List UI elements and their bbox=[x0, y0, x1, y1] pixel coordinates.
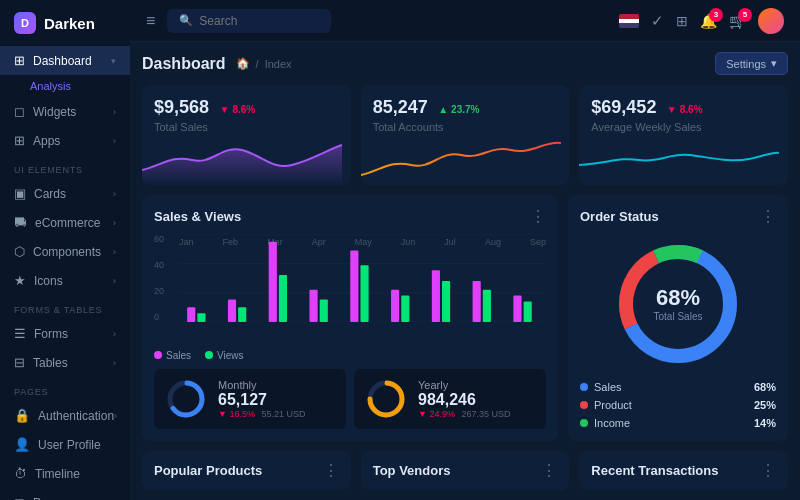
sidebar-item-pages[interactable]: ◻Pages › bbox=[0, 488, 130, 500]
svg-rect-12 bbox=[350, 251, 358, 322]
recent-transactions-menu[interactable]: ⋮ bbox=[760, 461, 776, 480]
bell-badge: 3 bbox=[709, 8, 723, 22]
popular-products-menu[interactable]: ⋮ bbox=[323, 461, 339, 480]
sidebar-item-label: Forms bbox=[34, 327, 68, 341]
sidebar-sub-analysis[interactable]: Analysis bbox=[0, 75, 130, 97]
sidebar-item-label: Components bbox=[33, 245, 101, 259]
sidebar-item-icons[interactable]: ★Icons › bbox=[0, 266, 130, 295]
income-legend-dot bbox=[580, 419, 588, 427]
recent-transactions-card: Recent Transactions ⋮ bbox=[579, 451, 788, 490]
svg-rect-20 bbox=[513, 296, 521, 322]
popular-products-header: Popular Products ⋮ bbox=[154, 461, 339, 480]
main-grid: Sales & Views ⋮ 6040200 bbox=[142, 195, 788, 441]
grid-icon[interactable]: ⊞ bbox=[676, 13, 688, 29]
sidebar-item-timeline[interactable]: ⏱Timeline bbox=[0, 459, 130, 488]
section-pages: PAGES bbox=[0, 377, 130, 401]
order-card-title: Order Status bbox=[580, 209, 659, 224]
section-ui-elements: UI ELEMENTS bbox=[0, 155, 130, 179]
stat-card-sales: $9,568 ▼ 8.6% Total Sales bbox=[142, 85, 351, 185]
yearly-donut bbox=[364, 377, 408, 421]
chevron-icon: › bbox=[114, 411, 117, 421]
order-legend-income: Income 14% bbox=[580, 417, 776, 429]
order-legend-sales-pct: 68% bbox=[754, 381, 776, 393]
sidebar: D Darken ⊞ Dashboard ▾ Analysis ◻ Widget… bbox=[0, 0, 130, 500]
stat-value: $9,568 bbox=[154, 97, 209, 117]
monthly-sub: ▼ 16.5% 55.21 USD bbox=[218, 409, 306, 419]
dashboard-icon: ⊞ bbox=[14, 53, 25, 68]
search-input[interactable] bbox=[199, 14, 319, 28]
chart-y-labels: 6040200 bbox=[154, 234, 164, 322]
yearly-text: Yearly 984,246 ▼ 24.9% 267.35 USD bbox=[418, 379, 511, 419]
cards-icon: ▣ bbox=[14, 186, 26, 201]
ecommerce-icon: ⛟ bbox=[14, 215, 27, 230]
product-legend-dot bbox=[580, 401, 588, 409]
yearly-title: Yearly bbox=[418, 379, 511, 391]
svg-rect-13 bbox=[360, 265, 368, 322]
svg-rect-5 bbox=[197, 313, 205, 322]
profile-icon: 👤 bbox=[14, 437, 30, 452]
cart-badge: 5 bbox=[738, 8, 752, 22]
svg-rect-17 bbox=[442, 281, 450, 322]
sales-card-menu[interactable]: ⋮ bbox=[530, 207, 546, 226]
sidebar-item-dashboard[interactable]: ⊞ Dashboard ▾ bbox=[0, 46, 130, 75]
sidebar-item-label: Dashboard bbox=[33, 54, 92, 68]
monthly-donut bbox=[164, 377, 208, 421]
monthly-text: Monthly 65,127 ▼ 16.5% 55.21 USD bbox=[218, 379, 306, 419]
top-vendors-menu[interactable]: ⋮ bbox=[541, 461, 557, 480]
user-avatar[interactable] bbox=[758, 8, 784, 34]
sidebar-item-tables[interactable]: ⊟Tables › bbox=[0, 348, 130, 377]
breadcrumb-home-icon: 🏠 bbox=[236, 57, 250, 70]
svg-rect-16 bbox=[432, 270, 440, 322]
bottom-row: Popular Products ⋮ Top Vendors ⋮ Recent … bbox=[142, 451, 788, 490]
stat-cards: $9,568 ▼ 8.6% Total Sales bbox=[142, 85, 788, 185]
topbar-right: ✓ ⊞ 🔔 3 🛒 5 bbox=[619, 8, 784, 34]
bar-chart bbox=[179, 234, 546, 322]
icons-icon: ★ bbox=[14, 273, 26, 288]
sidebar-item-components[interactable]: ⬡Components › bbox=[0, 237, 130, 266]
chevron-icon: › bbox=[113, 276, 116, 286]
sidebar-item-apps[interactable]: ⊞ Apps › bbox=[0, 126, 130, 155]
sales-card-header: Sales & Views ⋮ bbox=[154, 207, 546, 226]
sidebar-item-label: Widgets bbox=[33, 105, 76, 119]
chevron-icon: › bbox=[113, 218, 116, 228]
app-logo[interactable]: D Darken bbox=[0, 0, 130, 46]
chart-legend: Sales Views bbox=[154, 350, 546, 361]
flag-icon[interactable] bbox=[619, 14, 639, 28]
bell-icon[interactable]: 🔔 3 bbox=[700, 13, 717, 29]
monthly-stat: Monthly 65,127 ▼ 16.5% 55.21 USD bbox=[154, 369, 346, 429]
stat-label: Total Accounts bbox=[373, 121, 558, 133]
sidebar-item-widgets[interactable]: ◻ Widgets › bbox=[0, 97, 130, 126]
chevron-icon: › bbox=[113, 107, 116, 117]
svg-rect-15 bbox=[401, 296, 409, 322]
sidebar-item-ecommerce[interactable]: ⛟eCommerce › bbox=[0, 208, 130, 237]
settings-button[interactable]: Settings ▾ bbox=[715, 52, 788, 75]
stat-value: $69,452 bbox=[591, 97, 656, 117]
views-dot bbox=[205, 351, 213, 359]
settings-chevron: ▾ bbox=[771, 57, 777, 70]
svg-rect-11 bbox=[320, 300, 328, 322]
yearly-stat: Yearly 984,246 ▼ 24.9% 267.35 USD bbox=[354, 369, 546, 429]
sales-card: Sales & Views ⋮ 6040200 bbox=[142, 195, 558, 441]
order-status-card: Order Status ⋮ 68% bbox=[568, 195, 788, 441]
settings-label: Settings bbox=[726, 58, 766, 70]
sidebar-item-auth[interactable]: 🔒Authentication › bbox=[0, 401, 130, 430]
sidebar-item-profile[interactable]: 👤User Profile bbox=[0, 430, 130, 459]
sidebar-item-label: Tables bbox=[33, 356, 68, 370]
page-title: Dashboard bbox=[142, 55, 226, 73]
sidebar-item-forms[interactable]: ☰Forms › bbox=[0, 319, 130, 348]
sales-legend-label: Sales bbox=[166, 350, 191, 361]
cart-icon[interactable]: 🛒 5 bbox=[729, 13, 746, 29]
popular-products-title: Popular Products bbox=[154, 463, 262, 478]
search-box[interactable]: 🔍 bbox=[167, 9, 331, 33]
stat-label: Total Sales bbox=[154, 121, 339, 133]
sidebar-item-cards[interactable]: ▣Cards › bbox=[0, 179, 130, 208]
order-card-menu[interactable]: ⋮ bbox=[760, 207, 776, 226]
check-icon[interactable]: ✓ bbox=[651, 12, 664, 30]
sidebar-item-label: Apps bbox=[33, 134, 60, 148]
stat-badge: ▼ 8.6% bbox=[667, 104, 703, 115]
forms-icon: ☰ bbox=[14, 326, 26, 341]
monthly-value: 65,127 bbox=[218, 391, 306, 409]
hamburger-button[interactable]: ≡ bbox=[146, 12, 155, 30]
top-vendors-card: Top Vendors ⋮ bbox=[361, 451, 570, 490]
svg-rect-18 bbox=[473, 281, 481, 322]
